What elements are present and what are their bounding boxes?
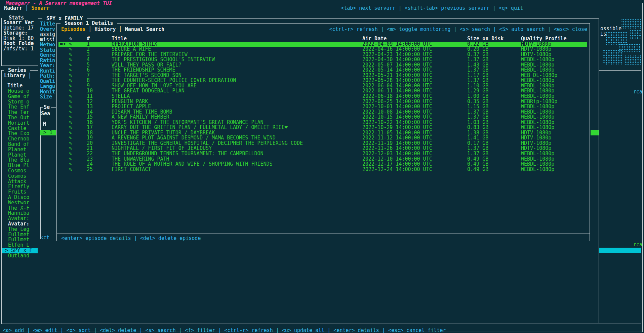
episode-quality: WEBDL-1080p (521, 167, 587, 172)
series-list-item[interactable]: Chernob (2, 136, 38, 142)
series-detail-label: Langu (40, 84, 56, 89)
season-details-tabs: Episodes │ History │ Manual Search (61, 26, 164, 32)
tab-episodes[interactable]: Episodes (61, 26, 85, 32)
episode-title: PENGUIN PARK (112, 99, 362, 105)
episode-quality: HDTV-1080p (521, 141, 587, 146)
series-list-item[interactable]: The Enf (2, 105, 38, 110)
episode-row[interactable]: ✎12PENGUIN PARK2022-06-25 14:00:00 UTC0.… (58, 99, 587, 105)
series-list: House o Game of Storm o The Enf The Ter … (2, 89, 38, 259)
episode-title: FIRST CONTACT (112, 167, 362, 172)
logo-dots-art (625, 55, 641, 65)
episode-title: PREPARE FOR THE INTERVIEW (112, 52, 362, 57)
episode-row[interactable]: ✎9SHOW OFF HOW IN LOVE YOU ARE2022-06-04… (58, 83, 587, 89)
series-list-item[interactable]: House o (2, 89, 38, 94)
episode-row[interactable]: ✎10THE GREAT DODGEBALL PLAN2022-06-11 14… (58, 88, 587, 94)
episode-quality: WEBDL-1080p (521, 57, 587, 63)
episode-row[interactable]: ✎15A NEW FAMILY MEMBER2022-10-15 14:00:0… (58, 115, 587, 120)
series-list-item[interactable]: Band of (2, 142, 38, 147)
episode-row[interactable]: ✎21NIGHTFALL / FIRST FIT OF JEALOUSY2022… (58, 146, 587, 151)
series-list-item[interactable]: Firefly (2, 184, 38, 190)
episode-row[interactable]: ✎3PREPARE FOR THE INTERVIEW2022-04-23 14… (58, 52, 587, 57)
season-details-keybindings: <ctrl-r> refresh | <m> toggle monitoring… (329, 26, 587, 32)
episode-title: THE ROLE OF A MOTHER AND WIFE / SHOPPING… (112, 162, 362, 167)
episode-row[interactable]: ✎6THE FRIENDSHIP SCHEME2022-05-14 14:00:… (58, 68, 587, 73)
episode-row[interactable]: ✎20INVESTIGATE THE GENERAL HOSPITAL / DE… (58, 141, 587, 146)
series-detail-label: Runti (40, 69, 56, 74)
episode-size: 0.17 GB (467, 141, 521, 146)
episode-quality: HDTV-1080p (521, 135, 587, 141)
episode-size: 0.35 GB (467, 99, 521, 105)
episode-row[interactable]: ✎23THE UNWAVERING PATH2022-12-10 14:00:0… (58, 157, 587, 162)
episode-edit-icon: ✎ (58, 73, 87, 78)
episode-size: 1.17 GB (467, 73, 521, 78)
series-list-item[interactable]: Elfen L (2, 243, 38, 248)
stats-lines: Sonarr VerUptime: 17Storage:Disk 1: 80Ro… (3, 20, 37, 51)
series-list-item[interactable]: Moriart (2, 121, 38, 126)
episode-air-date: 2022-12-17 14:00:00 UTC (362, 162, 467, 167)
series-list-item[interactable]: Avatar: (2, 221, 38, 227)
episode-row[interactable]: ✎5WILL THEY PASS OR FAIL?2022-05-07 14:0… (58, 63, 587, 68)
series-list-item[interactable]: Westwor (2, 200, 38, 206)
series-list-item[interactable]: Planet (2, 153, 38, 158)
episode-edit-icon: ✎ (58, 115, 87, 120)
episode-row[interactable]: ✎14DISARM THE TIME BOMB2022-10-08 14:00:… (58, 110, 587, 115)
series-list-item[interactable]: The Exo (2, 131, 38, 136)
episode-row[interactable]: ✎25FIRST CONTACT2022-12-24 14:00:00 UTC0… (58, 167, 587, 172)
episodes-table: ✎#TitleAir DateSize on DiskQuality Profi… (58, 36, 587, 172)
episode-number: 5 (87, 63, 112, 68)
series-list-item[interactable]: The Blu (2, 158, 38, 163)
episode-row[interactable]: ✎7THE TARGET'S SECOND SON2022-05-21 14:0… (58, 73, 587, 78)
tab-radarr[interactable]: Radarr (4, 5, 22, 11)
series-list-item[interactable]: Planet (2, 147, 38, 153)
tab-history[interactable]: History (94, 26, 116, 32)
episode-row[interactable]: ✎18UNCLE THE PRIVATE TUTOR / DAYBREAK202… (58, 130, 587, 136)
series-list-item[interactable]: Castle (2, 126, 38, 131)
series-list-item[interactable]: Blue Pl (2, 163, 38, 168)
seasons-column-header-fragment: Sea (41, 111, 50, 117)
episode-row[interactable]: ✎13PROJECT APPLE2022-10-01 14:00:00 UTC1… (58, 104, 587, 110)
selected-row-highlight-fragment (599, 248, 641, 253)
series-list-item[interactable]: Fullmet (2, 232, 38, 238)
episode-title: SECURE A WIFE (112, 47, 362, 52)
episode-row[interactable]: ✎17CARRY OUT THE GRIFFIN PLAN / FULLMETA… (58, 125, 587, 130)
episode-row[interactable]: ✎24THE ROLE OF A MOTHER AND WIFE / SHOPP… (58, 162, 587, 167)
series-list-item[interactable]: Cosmos (2, 174, 38, 179)
library-tab[interactable]: Library (4, 73, 25, 79)
series-list-item[interactable]: Fullmet (2, 237, 38, 243)
stats-panel-title: Stats (5, 15, 28, 20)
episode-air-date: 2022-10-22 14:00:00 UTC (362, 120, 467, 125)
series-list-item[interactable]: Attack (2, 179, 38, 184)
episode-row[interactable]: ✎11STELLA2022-06-18 14:00:00 UTC1.00 GBW… (58, 94, 587, 99)
episode-row[interactable]: ✎8THE COUNTER-SECRET POLICE COVER OPERAT… (58, 78, 587, 83)
series-list-item[interactable]: Storm o (2, 99, 38, 105)
episode-size: 0.22 GB (467, 42, 521, 47)
episode-air-date: 2022-05-21 14:00:00 UTC (362, 73, 467, 78)
series-list-item[interactable]: The Out (2, 115, 38, 121)
series-list-item[interactable]: A Disco (2, 195, 38, 200)
episode-row[interactable]: ✎16YOR'S KITCHEN / THE INFORMANT'S GREAT… (58, 120, 587, 125)
episode-row[interactable]: ✎19A REVENGE PLOT AGAINST DESMOND / MAMA… (58, 135, 587, 141)
series-list-item[interactable]: Fruits (2, 190, 38, 195)
tab-manual-search[interactable]: Manual Search (125, 26, 164, 32)
episode-air-date: 2022-04-23 14:00:00 UTC (362, 52, 467, 57)
episode-number: 25 (87, 167, 112, 172)
episode-size: 1.37 GB (467, 151, 521, 157)
tab-sonarr[interactable]: Sonarr (31, 5, 49, 11)
episode-number: 6 (87, 68, 112, 73)
series-list-item[interactable]: Avatar: (2, 216, 38, 221)
series-list-item[interactable]: The Ter (2, 110, 38, 115)
episode-title: THE GREAT DODGEBALL PLAN (112, 88, 362, 94)
series-list-item[interactable]: Cosmos (2, 168, 38, 174)
series-list-item[interactable]: => SPY x F (2, 248, 38, 253)
series-list-item[interactable]: The X-F (2, 206, 38, 211)
episode-row[interactable]: ✎22THE UNDERGROUND TENNIS TOURNAMENT: TH… (58, 151, 587, 157)
series-list-item[interactable]: Outland (2, 253, 38, 259)
episode-quality: WEBDL-1080p (521, 125, 587, 130)
series-list-item[interactable]: The Leg (2, 227, 38, 232)
episode-row[interactable]: ✎4THE PRESTIGIOUS SCHOOL'S INTERVIEW2022… (58, 57, 587, 63)
episode-air-date: 2022-06-18 14:00:00 UTC (362, 94, 467, 99)
series-list-item[interactable]: Game of (2, 94, 38, 99)
episode-row[interactable]: => ✎1OPERATION STRIX2022-04-09 14:00:00 … (58, 42, 587, 47)
episode-row[interactable]: ✎2SECURE A WIFE2022-04-16 14:00:00 UTC0.… (58, 47, 587, 52)
series-list-item[interactable]: Hanniba (2, 211, 38, 216)
